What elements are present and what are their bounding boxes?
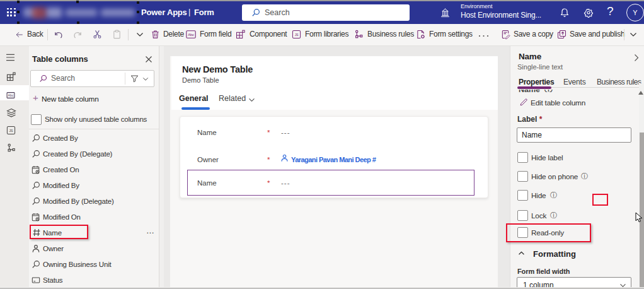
svg-text:Abc: Abc [8, 93, 14, 97]
svg-text:JS: JS [9, 129, 13, 133]
svg-text:JS: JS [295, 33, 299, 37]
svg-text:Abc: Abc [188, 33, 194, 37]
